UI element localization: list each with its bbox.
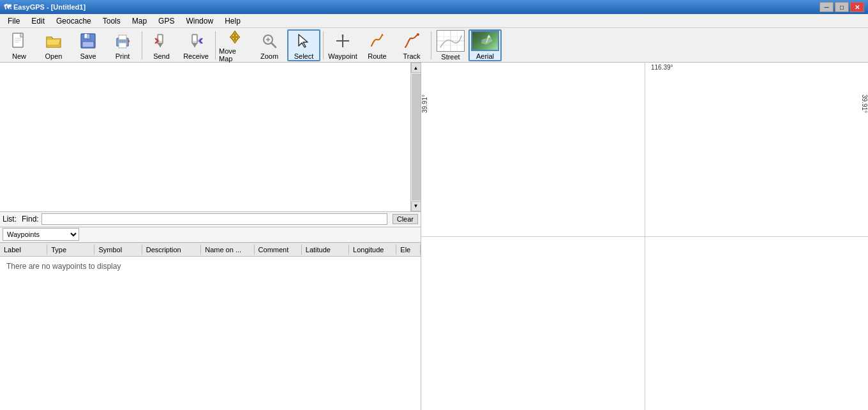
scroll-thumb[interactable] xyxy=(412,73,421,201)
col-header-label[interactable]: Label xyxy=(0,245,47,255)
left-panel: ▲ ▼ List: Find: Clear Waypoints Routes T… xyxy=(0,63,421,410)
find-bar: List: Find: Clear xyxy=(0,212,421,227)
col-header-longitude[interactable]: Longitude xyxy=(349,245,396,255)
close-button[interactable]: ✕ xyxy=(850,2,864,12)
route-icon xyxy=(367,31,387,51)
receive-label: Receive xyxy=(183,52,209,60)
receive-icon xyxy=(186,31,206,51)
toolbar-new-button[interactable]: New xyxy=(3,29,36,61)
maximize-button[interactable]: □ xyxy=(835,2,849,12)
col-header-ele[interactable]: Ele xyxy=(396,245,421,255)
toolbar-open-button[interactable]: Open xyxy=(37,29,70,61)
col-header-name-on[interactable]: Name on ... xyxy=(201,245,254,255)
vertical-scrollbar[interactable]: ▲ ▼ xyxy=(410,63,421,211)
menu-geocache[interactable]: Geocache xyxy=(51,15,96,27)
clear-button[interactable]: Clear xyxy=(393,214,418,224)
svg-rect-10 xyxy=(119,43,126,48)
col-header-symbol[interactable]: Symbol xyxy=(94,245,142,255)
street-label: Street xyxy=(441,53,460,61)
find-label: Find: xyxy=(22,215,39,224)
menu-gps[interactable]: GPS xyxy=(153,15,179,27)
toolbar-zoom-button[interactable]: Zoom xyxy=(253,29,286,61)
scroll-down-arrow[interactable]: ▼ xyxy=(411,201,421,211)
street-map-thumb xyxy=(437,30,465,52)
coord-left-label: 39.91° xyxy=(421,95,428,113)
send-label: Send xyxy=(153,52,170,60)
svg-rect-9 xyxy=(119,35,126,40)
find-section: Find: xyxy=(22,213,387,225)
send-icon xyxy=(151,31,172,51)
toolbar: New Open Save Print Send Receive xyxy=(0,28,868,63)
col-header-latitude[interactable]: Latitude xyxy=(302,245,349,255)
map-hline-1 xyxy=(421,236,868,237)
svg-point-25 xyxy=(417,33,419,36)
open-icon xyxy=(43,31,64,51)
menu-edit[interactable]: Edit xyxy=(26,15,50,27)
separator-4 xyxy=(431,31,431,59)
toolbar-select-button[interactable]: Select xyxy=(287,29,320,61)
save-label: Save xyxy=(80,52,96,60)
zoom-label: Zoom xyxy=(260,52,278,60)
aerial-label: Aerial xyxy=(476,52,494,60)
find-input[interactable] xyxy=(41,213,387,225)
toolbar-track-button[interactable]: Track xyxy=(395,29,428,61)
list-label: List: xyxy=(3,215,17,224)
separator-1 xyxy=(142,31,142,59)
menu-help[interactable]: Help xyxy=(220,15,246,27)
list-area: ▲ ▼ xyxy=(0,63,421,212)
minimize-button[interactable]: ─ xyxy=(819,2,834,12)
toolbar-receive-button[interactable]: Receive xyxy=(179,29,213,61)
select-label: Select xyxy=(294,52,314,60)
separator-3 xyxy=(323,31,324,59)
toolbar-route-button[interactable]: Route xyxy=(361,29,394,61)
menu-file[interactable]: File xyxy=(3,15,25,27)
svg-rect-16 xyxy=(193,35,197,42)
svg-rect-7 xyxy=(82,42,94,47)
col-header-type[interactable]: Type xyxy=(47,245,94,255)
toolbar-send-button[interactable]: Send xyxy=(145,29,178,61)
open-label: Open xyxy=(45,52,63,60)
titlebar: 🗺 EasyGPS - [Untitled1] ─ □ ✕ xyxy=(0,0,868,14)
col-header-comment[interactable]: Comment xyxy=(255,245,302,255)
coord-right-label: 39.91° xyxy=(861,95,868,113)
map-panel[interactable]: 116.39° 39.91° 39.91° xyxy=(421,63,868,410)
list-selector: Waypoints Routes Tracks xyxy=(0,227,421,243)
toolbar-street-button[interactable]: Street xyxy=(434,29,467,61)
toolbar-save-button[interactable]: Save xyxy=(71,29,105,61)
track-icon xyxy=(401,31,422,51)
new-icon xyxy=(9,31,29,51)
table-header: Label Type Symbol Description Name on ..… xyxy=(0,243,421,257)
menu-map[interactable]: Map xyxy=(127,15,152,27)
coord-top-label: 116.39° xyxy=(651,64,673,71)
empty-message: There are no waypoints to display xyxy=(3,259,124,273)
scroll-up-arrow[interactable]: ▲ xyxy=(411,63,421,73)
main-content: ▲ ▼ List: Find: Clear Waypoints Routes T… xyxy=(0,63,868,410)
print-icon xyxy=(112,31,133,51)
separator-2 xyxy=(215,31,216,59)
new-label: New xyxy=(12,52,26,60)
list-dropdown[interactable]: Waypoints Routes Tracks xyxy=(3,228,79,241)
svg-rect-11 xyxy=(128,40,130,42)
aerial-map-thumb xyxy=(471,31,499,51)
print-label: Print xyxy=(116,52,130,60)
waypoint-label: Waypoint xyxy=(328,52,357,60)
menu-window[interactable]: Window xyxy=(181,15,218,27)
movemap-label: Move Map xyxy=(219,47,251,63)
menu-tools[interactable]: Tools xyxy=(98,15,126,27)
svg-line-19 xyxy=(271,43,276,47)
table-body: There are no waypoints to display xyxy=(0,257,421,411)
toolbar-movemap-button[interactable]: Move Map xyxy=(218,29,251,61)
col-header-description[interactable]: Description xyxy=(142,245,202,255)
titlebar-left: 🗺 EasyGPS - [Untitled1] xyxy=(4,3,86,11)
route-label: Route xyxy=(368,52,386,60)
toolbar-print-button[interactable]: Print xyxy=(106,29,139,61)
zoom-icon xyxy=(259,31,280,51)
track-label: Track xyxy=(403,52,420,60)
svg-rect-6 xyxy=(85,34,87,38)
toolbar-aerial-button[interactable]: Aerial xyxy=(468,29,502,61)
select-icon xyxy=(294,31,314,51)
save-icon xyxy=(78,31,98,51)
app-icon: 🗺 xyxy=(4,3,11,11)
menubar: File Edit Geocache Tools Map GPS Window … xyxy=(0,14,868,28)
toolbar-waypoint-button[interactable]: Waypoint xyxy=(326,29,359,61)
